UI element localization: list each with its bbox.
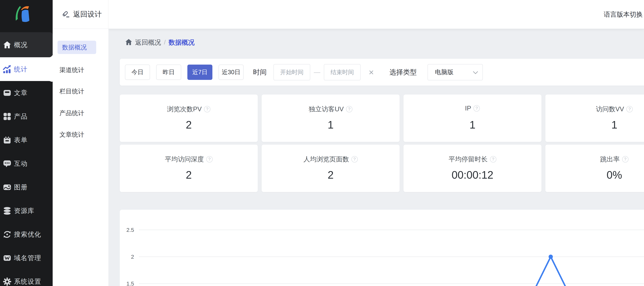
stat-card-pages-per-visitor: 人均浏览页面数? 2 — [262, 145, 400, 192]
main-content: 返回概况 / 数据概况 今日 昨日 近7日 近30日 时间 — × 选择类型 电… — [108, 29, 644, 286]
stat-label: 浏览次数PV — [167, 105, 202, 114]
start-time-input[interactable] — [274, 64, 310, 80]
edit-pen-icon — [62, 10, 70, 19]
trend-chart-card: 2.5 2 1.5 — [120, 210, 644, 286]
sidebar-item-stats[interactable]: 统计 — [0, 57, 53, 81]
help-icon[interactable]: ? — [346, 106, 352, 112]
range-button-last7days[interactable]: 近7日 — [187, 65, 212, 80]
stat-value: 2 — [120, 119, 258, 131]
stat-label: IP — [465, 105, 471, 112]
home-icon — [2, 41, 12, 49]
range-button-today[interactable]: 今日 — [125, 65, 150, 80]
sidebar-item-label: 系统设置 — [14, 277, 41, 286]
clear-date-icon[interactable]: × — [369, 68, 374, 77]
help-icon[interactable]: ? — [490, 156, 496, 163]
stat-label: 跳出率 — [600, 155, 620, 164]
sidebar-item-resources[interactable]: 资源库 — [0, 199, 53, 222]
breadcrumb-current: 数据概况 — [169, 38, 195, 47]
form-icon — [2, 136, 12, 144]
submenu-item-label: 产品统计 — [60, 110, 84, 117]
y-tick-label: 2.5 — [126, 227, 134, 233]
stat-card-avg-duration: 平均停留时长? 00:00:12 — [404, 145, 542, 192]
type-select-value: 电脑版 — [435, 68, 454, 76]
sidebar-item-articles[interactable]: 文章 — [0, 81, 53, 105]
filter-panel: 今日 昨日 近7日 近30日 时间 — × 选择类型 电脑版 — [120, 59, 644, 86]
stat-label: 人均浏览页面数 — [304, 155, 349, 164]
trend-chart-icon — [2, 65, 12, 74]
sidebar-bottom-block: 文章 产品 表单 — [0, 81, 53, 286]
language-switch-button[interactable]: 语言版本切换 — [604, 10, 643, 19]
help-icon[interactable]: ? — [204, 106, 210, 112]
sidebar-item-label: 产品 — [14, 112, 28, 121]
primary-sidebar: 概况 统计 文章 — [0, 0, 53, 286]
chart-line — [286, 257, 604, 286]
range-dash: — — [314, 69, 320, 76]
y-tick-label: 1.5 — [126, 280, 134, 286]
sidebar-item-domains[interactable]: 域名管理 — [0, 246, 53, 270]
stat-value: 00:00:12 — [404, 169, 542, 181]
gear-icon — [2, 277, 12, 286]
stat-cards-grid: 浏览次数PV? 2 独立访客UV? 1 IP? 1 访问数VV? 1 平均访问深… — [120, 95, 644, 192]
sidebar-item-seo[interactable]: 搜索优化 — [0, 222, 53, 246]
chat-icon — [2, 160, 12, 168]
sidebar-item-interaction[interactable]: 互动 — [0, 152, 53, 175]
sidebar-item-products[interactable]: 产品 — [0, 105, 53, 128]
stat-value: 1 — [404, 119, 542, 131]
range-button-yesterday[interactable]: 昨日 — [156, 65, 181, 80]
stat-card-uv: 独立访客UV? 1 — [262, 95, 400, 142]
sidebar-item-label: 互动 — [14, 159, 28, 168]
stat-value: 1 — [262, 119, 400, 131]
sidebar-top-block: 概况 — [0, 0, 53, 57]
trend-line-chart: 2.5 2 1.5 — [120, 210, 644, 286]
submenu-item-article-stats[interactable]: 文章统计 — [60, 131, 84, 138]
submenu-item-data-overview[interactable]: 数据概况 — [58, 41, 96, 54]
breadcrumb: 返回概况 / 数据概况 — [125, 38, 195, 46]
stat-label: 平均停留时长 — [449, 155, 488, 164]
type-select[interactable]: 电脑版 — [428, 64, 483, 80]
domain-icon — [2, 254, 12, 262]
stat-value: 2 — [120, 169, 258, 181]
grid-icon — [2, 112, 12, 121]
sidebar-item-forms[interactable]: 表单 — [0, 128, 53, 152]
sidebar-item-label: 表单 — [14, 136, 28, 144]
sidebar-item-label: 资源库 — [14, 206, 34, 215]
submenu-item-product-stats[interactable]: 产品统计 — [60, 109, 84, 117]
sidebar-item-label: 搜索优化 — [14, 230, 41, 239]
time-label: 时间 — [253, 68, 267, 77]
sidebar-item-label: 统计 — [14, 65, 28, 74]
submenu-item-label: 栏目统计 — [60, 88, 84, 95]
help-icon[interactable]: ? — [626, 106, 633, 112]
help-icon[interactable]: ? — [351, 156, 358, 163]
back-to-design-button[interactable]: 返回设计 — [53, 0, 108, 29]
stat-card-bounce-rate: 跳出率? 0% — [545, 145, 644, 192]
end-time-input[interactable] — [324, 64, 360, 80]
brand-logo-icon — [13, 5, 32, 24]
help-icon[interactable]: ? — [473, 105, 480, 112]
submenu-item-label: 数据概况 — [62, 43, 87, 52]
submenu-item-channel-stats[interactable]: 渠道统计 — [60, 66, 84, 74]
stat-label: 访问数VV — [596, 105, 624, 114]
image-icon — [2, 183, 12, 191]
seo-icon — [2, 230, 12, 238]
logo — [0, 0, 53, 29]
breadcrumb-separator: / — [164, 39, 166, 46]
submenu-item-label: 渠道统计 — [60, 67, 84, 73]
database-icon — [2, 207, 12, 215]
help-icon[interactable]: ? — [622, 156, 628, 163]
sidebar-item-gallery[interactable]: 图册 — [0, 175, 53, 199]
help-icon[interactable]: ? — [206, 156, 213, 163]
chart-peak-dot — [548, 255, 553, 259]
sidebar-item-overview-highlight: 概况 — [0, 32, 53, 57]
stat-value: 0% — [545, 169, 644, 181]
range-button-last30days[interactable]: 近30日 — [218, 65, 244, 80]
breadcrumb-home-icon[interactable] — [125, 39, 132, 46]
sidebar-item-overview[interactable]: 概况 — [0, 32, 53, 57]
sidebar-item-label: 概况 — [14, 40, 28, 49]
breadcrumb-back-link[interactable]: 返回概况 — [135, 38, 161, 47]
secondary-sidebar: 返回设计 数据概况 渠道统计 栏目统计 产品统计 文章统计 — [53, 0, 108, 286]
stat-label: 平均访问深度 — [165, 155, 204, 164]
submenu-item-label: 文章统计 — [60, 131, 84, 138]
submenu-item-column-stats[interactable]: 栏目统计 — [60, 88, 84, 95]
sidebar-item-settings[interactable]: 系统设置 — [0, 270, 53, 286]
stat-card-avg-depth: 平均访问深度? 2 — [120, 145, 258, 192]
